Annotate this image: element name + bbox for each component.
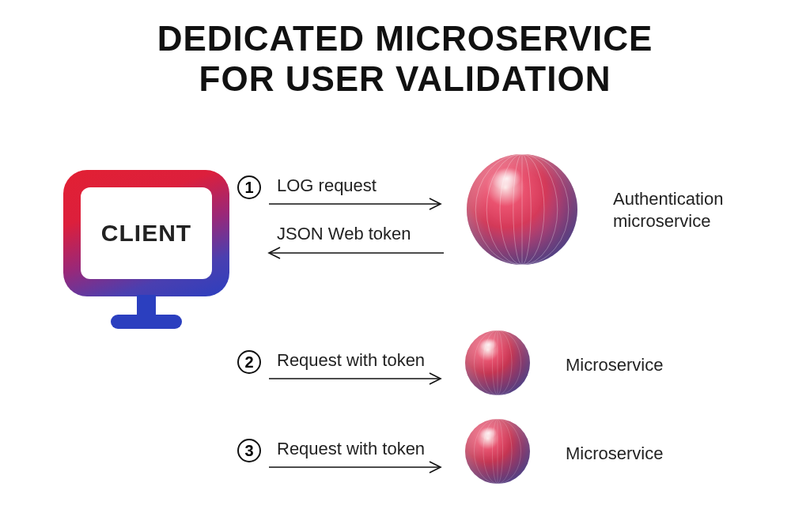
- title-block: DEDICATED MICROSERVICE FOR USER VALIDATI…: [0, 0, 810, 99]
- step-number-1: 1: [244, 179, 253, 197]
- sphere-authentication: [467, 154, 577, 265]
- diagram-canvas: DEDICATED MICROSERVICE FOR USER VALIDATI…: [0, 0, 810, 532]
- client-monitor-icon: CLIENT: [63, 170, 229, 352]
- monitor-frame: CLIENT: [63, 170, 229, 296]
- auth-label-l2: microservice: [613, 211, 710, 231]
- svg-point-8: [492, 330, 502, 395]
- svg-point-13: [492, 419, 502, 484]
- client-label: CLIENT: [101, 220, 191, 247]
- sphere-meridians-icon: [465, 419, 530, 484]
- sphere-microservice-2: [465, 330, 530, 395]
- step-badge-1: 1: [237, 175, 261, 199]
- svg-point-4: [486, 154, 558, 265]
- title-line-2: FOR USER VALIDATION: [0, 59, 810, 100]
- arrow-right-1: [269, 198, 447, 210]
- arrow-left-1: [259, 247, 447, 259]
- arrow-right-3: [269, 461, 447, 474]
- monitor-base: [111, 315, 182, 329]
- step-badge-2: 2: [237, 350, 261, 374]
- svg-point-5: [475, 154, 569, 265]
- arrow-label-request-token-3: Request with token: [277, 439, 425, 459]
- monitor-screen: CLIENT: [81, 187, 212, 279]
- svg-point-15: [474, 419, 520, 484]
- auth-label-l1: Authentication: [613, 189, 723, 209]
- arrow-label-jwt: JSON Web token: [277, 224, 411, 244]
- svg-point-2: [513, 154, 531, 265]
- node-label-microservice-2: Microservice: [566, 354, 663, 376]
- arrow-right-2: [269, 372, 447, 385]
- node-label-authentication: Authentication microservice: [613, 188, 723, 232]
- step-number-2: 2: [244, 353, 253, 372]
- svg-point-3: [500, 154, 544, 265]
- sphere-meridians-icon: [465, 330, 530, 395]
- svg-point-9: [483, 330, 512, 395]
- arrow-label-request-token-2: Request with token: [277, 350, 425, 371]
- arrow-label-log-request: LOG request: [277, 175, 377, 196]
- node-label-microservice-3: Microservice: [566, 443, 663, 465]
- svg-point-10: [474, 330, 520, 395]
- sphere-meridians-icon: [467, 154, 577, 265]
- svg-point-14: [483, 419, 512, 484]
- step-number-3: 3: [244, 442, 253, 460]
- sphere-microservice-3: [465, 419, 530, 484]
- step-badge-3: 3: [237, 439, 261, 462]
- title-line-1: DEDICATED MICROSERVICE: [0, 19, 810, 59]
